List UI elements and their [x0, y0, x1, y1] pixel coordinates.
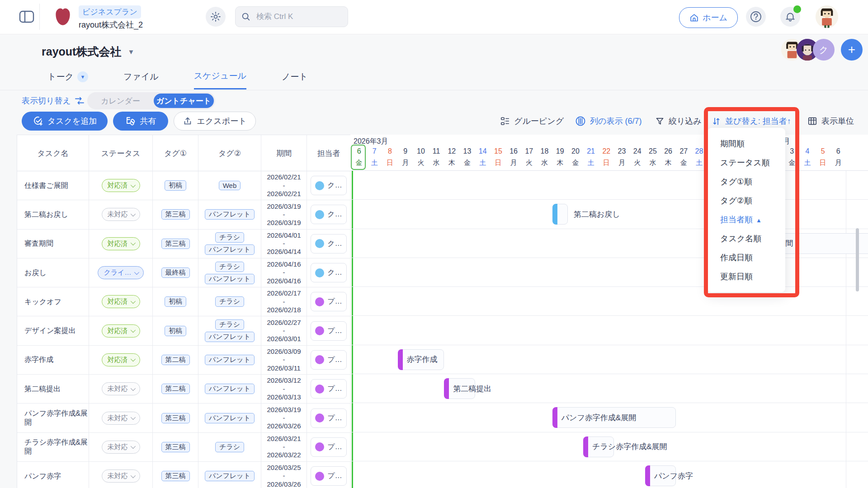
settings-button[interactable]	[206, 7, 226, 27]
gantt-bar[interactable]: チラシ赤字作成&展開	[583, 436, 614, 457]
help-button[interactable]	[746, 7, 766, 27]
view-switch-label[interactable]: 表示切り替え	[22, 95, 85, 106]
table-row[interactable]: 第二稿お戻し未対応第三稿パンフレット2026/03/19-2026/03/19ク…	[17, 200, 351, 229]
add-member-button[interactable]: +	[841, 39, 863, 61]
assignee-avatar-dot	[315, 297, 324, 306]
status-badge[interactable]: 対応済	[102, 353, 140, 366]
status-badge[interactable]: クライ…	[98, 266, 143, 279]
search-input[interactable]	[255, 12, 339, 22]
sort-menu-item[interactable]: 担当者順▲	[708, 210, 785, 229]
notifications-button[interactable]	[780, 7, 800, 27]
assignee-cell: プ…	[307, 462, 351, 488]
day-weekday: 火	[521, 157, 537, 168]
table-row[interactable]: デザイン案提出対応済初稿チラシパンフレット2026/02/27-2026/03/…	[17, 316, 351, 345]
sidebar-toggle-icon[interactable]	[19, 10, 34, 23]
tag-badge: 初稿	[165, 296, 186, 307]
day-number: 21	[583, 145, 599, 157]
day-weekday: 土	[475, 157, 491, 168]
status-badge[interactable]: 未対応	[102, 412, 140, 425]
assignee-chip[interactable]: ク…	[311, 263, 346, 282]
table-row[interactable]: 仕様書ご展開対応済初稿Web2026/02/21-2026/02/21ク…	[17, 171, 351, 200]
gantt-bar-label: 第二稿お戻し	[574, 209, 620, 220]
search-box[interactable]	[235, 6, 348, 27]
tab-notes[interactable]: ノート	[282, 70, 308, 89]
view-option-gantt[interactable]: ガントチャート	[154, 94, 214, 108]
gantt-bar[interactable]: 赤字作成	[398, 349, 444, 370]
assignee-chip[interactable]: ク…	[311, 205, 346, 224]
assignee-chip[interactable]: プ…	[311, 350, 346, 370]
table-row[interactable]: お戻しクライ…最終稿チラシパンフレット2026/04/16-2026/04/16…	[17, 258, 351, 287]
workspace-name[interactable]: rayout株式会社_2	[79, 19, 143, 30]
assignee-chip[interactable]: プ…	[311, 292, 346, 311]
assignee-name: ク…	[327, 181, 342, 190]
period-dates: 2026/02/17-2026/02/18	[267, 289, 301, 314]
home-icon	[689, 13, 699, 23]
assignee-chip[interactable]: プ…	[311, 408, 346, 428]
gantt-bar[interactable]: 第二稿提出	[444, 378, 475, 399]
workspace-logo[interactable]	[52, 5, 74, 28]
assignee-chip[interactable]: プ…	[311, 379, 346, 399]
status-badge[interactable]: 対応済	[102, 324, 140, 338]
sort-menu-item[interactable]: タグ①順	[708, 172, 785, 191]
assignee-chip[interactable]: プ…	[311, 437, 346, 457]
assignee-chip[interactable]: ク…	[311, 176, 346, 195]
chevron-down-icon[interactable]: ▼	[77, 71, 88, 82]
filter-button[interactable]: 絞り込み	[655, 113, 702, 129]
sort-button[interactable]: 並び替え: 担当者↑	[712, 113, 791, 129]
sort-menu-item[interactable]: タグ②順	[708, 191, 785, 210]
home-button[interactable]: ホーム	[679, 7, 738, 28]
table-row[interactable]: 審査期間対応済第三稿チラシパンフレット2026/04/01-2026/04/14…	[17, 230, 351, 258]
day-number: 7	[367, 145, 382, 157]
gantt-row: パンフ赤字	[350, 461, 868, 488]
gantt-bar-cap	[583, 436, 588, 457]
sort-menu-item[interactable]: 更新日順	[708, 267, 785, 286]
column-display-button[interactable]: 列の表示 (6/7)	[575, 113, 642, 129]
status-cell: 未対応	[89, 404, 153, 432]
view-option-calendar[interactable]: カレンダー	[87, 96, 154, 106]
day-weekday: 火	[630, 157, 645, 168]
grouping-button[interactable]: グルーピング	[500, 113, 564, 129]
tab-schedule[interactable]: スケジュール	[194, 70, 246, 89]
table-row[interactable]: キックオフ対応済初稿チラシ2026/02/17-2026/02/18プ…	[17, 287, 351, 316]
member-avatar-initial[interactable]: ク	[813, 39, 835, 61]
status-badge[interactable]: 未対応	[102, 469, 140, 483]
assignee-chip[interactable]: ク…	[311, 234, 346, 253]
sort-menu-item[interactable]: 作成日順	[708, 248, 785, 267]
table-row[interactable]: チラシ赤字作成&展開未対応第三稿チラシ2026/03/21-2026/03/22…	[17, 433, 351, 462]
sort-menu-item[interactable]: タスク名順	[708, 229, 785, 248]
add-task-button[interactable]: タスクを追加	[22, 112, 108, 131]
tag2-cell: チラシパンフレット	[198, 258, 261, 287]
vertical-scrollbar[interactable]	[856, 228, 859, 291]
page-title[interactable]: rayout株式会社▼	[42, 44, 134, 59]
sort-menu-item[interactable]: ステータス順	[708, 153, 785, 172]
tag2-cell: パンフレット	[198, 375, 261, 403]
gantt-bar[interactable]: パンフ赤字作成&展開	[552, 407, 676, 428]
tab-files[interactable]: ファイル	[123, 70, 159, 89]
display-unit-button[interactable]: 表示単位	[807, 113, 854, 129]
status-badge[interactable]: 未対応	[102, 382, 140, 395]
status-badge[interactable]: 対応済	[102, 295, 140, 308]
tag-badge: チラシ	[215, 232, 244, 243]
gantt-bar[interactable]: 第二稿お戻し	[552, 204, 568, 225]
status-badge[interactable]: 対応済	[102, 179, 140, 192]
assignee-chip[interactable]: プ…	[311, 466, 346, 486]
table-row[interactable]: パンフ赤字未対応第三稿パンフレット2026/03/25-2026/03/26プ…	[17, 462, 351, 488]
day-weekday: 金	[676, 157, 691, 168]
export-button[interactable]: エクスポート	[174, 112, 256, 131]
sort-menu-item-label: タグ②順	[720, 196, 752, 205]
share-button[interactable]: 共有	[113, 112, 168, 131]
table-row[interactable]: 赤字作成対応済第二稿パンフレット2026/03/09-2026/03/11プ…	[17, 346, 351, 375]
status-badge[interactable]: 未対応	[102, 441, 140, 454]
table-row[interactable]: 第二稿提出未対応第二稿パンフレット2026/03/12-2026/03/13プ…	[17, 375, 351, 404]
status-badge[interactable]: 対応済	[102, 237, 140, 250]
table-row[interactable]: パンフ赤字作成&展開未対応第三稿パンフレット2026/03/19-2026/03…	[17, 404, 351, 432]
sort-menu-item[interactable]: 期間順	[708, 134, 785, 153]
status-badge[interactable]: 未対応	[102, 208, 140, 221]
gantt-bar[interactable]: パンフ赤字	[645, 465, 676, 486]
assignee-chip[interactable]: プ…	[311, 321, 346, 341]
tab-talk[interactable]: トーク ▼	[47, 70, 88, 89]
user-avatar[interactable]	[816, 5, 838, 28]
gantt-row: 赤字作成	[350, 345, 868, 374]
table-header-row: タスク名ステータスタグ①タグ②期間担当者	[17, 135, 351, 171]
tag-badge: 第二稿	[161, 384, 190, 394]
